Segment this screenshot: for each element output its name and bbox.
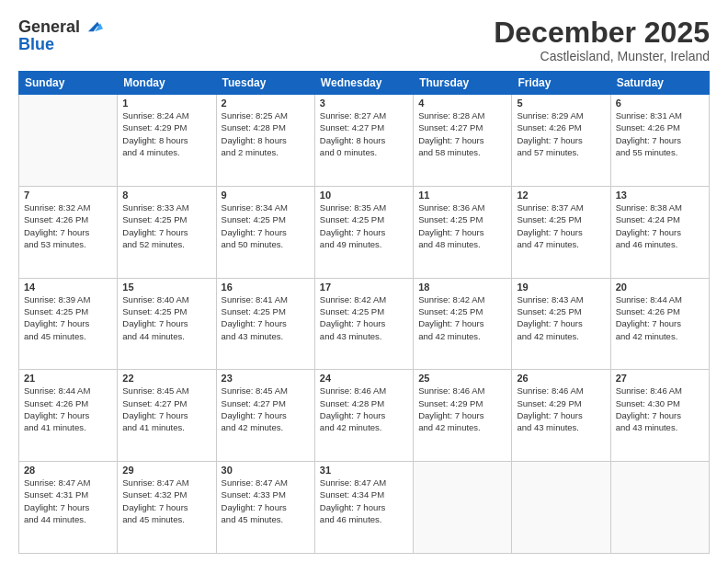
logo: General Blue — [18, 17, 103, 54]
day-info: Daylight: 7 hours — [418, 409, 506, 421]
day-info: Daylight: 7 hours — [320, 409, 408, 421]
day-number: 14 — [24, 282, 112, 293]
day-info: and 55 minutes. — [616, 146, 704, 158]
day-header-sunday: Sunday — [19, 72, 118, 95]
day-info: and 42 minutes. — [222, 421, 310, 433]
day-info: Daylight: 7 hours — [122, 501, 210, 513]
day-info: and 43 minutes. — [320, 330, 408, 342]
day-info: Sunset: 4:27 PM — [122, 397, 210, 409]
day-number: 5 — [517, 98, 605, 109]
day-info: Daylight: 7 hours — [616, 409, 704, 421]
day-info: Daylight: 7 hours — [222, 317, 310, 329]
month-title: December 2025 — [494, 17, 710, 49]
calendar-cell: 20Sunrise: 8:44 AMSunset: 4:26 PMDayligh… — [610, 278, 709, 370]
day-number: 29 — [122, 465, 210, 476]
day-info: and 42 minutes. — [517, 330, 605, 342]
calendar-cell — [512, 462, 610, 554]
day-info: Daylight: 7 hours — [122, 226, 210, 238]
day-header-wednesday: Wednesday — [314, 72, 413, 95]
day-info: and 42 minutes. — [418, 421, 506, 433]
calendar-cell — [19, 95, 118, 187]
day-info: Sunrise: 8:39 AM — [24, 293, 112, 305]
day-info: Sunset: 4:33 PM — [222, 488, 310, 500]
day-info: Sunrise: 8:47 AM — [320, 477, 408, 488]
day-info: Sunrise: 8:42 AM — [418, 293, 506, 305]
day-info: Sunrise: 8:45 AM — [222, 385, 310, 396]
day-info: and 4 minutes. — [122, 146, 210, 158]
day-info: Daylight: 7 hours — [418, 134, 506, 146]
week-row-1: 7Sunrise: 8:32 AMSunset: 4:26 PMDaylight… — [19, 186, 710, 278]
day-info: Sunrise: 8:34 AM — [222, 201, 310, 213]
day-number: 18 — [418, 282, 506, 293]
day-info: Sunrise: 8:46 AM — [418, 385, 506, 396]
day-info: Sunset: 4:25 PM — [320, 305, 408, 317]
day-info: and 53 minutes. — [24, 238, 112, 250]
calendar-cell: 3Sunrise: 8:27 AMSunset: 4:27 PMDaylight… — [314, 95, 413, 187]
calendar-cell: 23Sunrise: 8:45 AMSunset: 4:27 PMDayligh… — [216, 370, 314, 462]
day-info: Daylight: 7 hours — [320, 226, 408, 238]
day-info: Daylight: 7 hours — [24, 501, 112, 513]
calendar-cell: 8Sunrise: 8:33 AMSunset: 4:25 PMDaylight… — [118, 186, 216, 278]
calendar-cell: 14Sunrise: 8:39 AMSunset: 4:25 PMDayligh… — [19, 278, 118, 370]
day-info: Sunrise: 8:29 AM — [517, 109, 605, 121]
day-info: Sunrise: 8:33 AM — [122, 201, 210, 213]
calendar-cell: 29Sunrise: 8:47 AMSunset: 4:32 PMDayligh… — [118, 462, 216, 554]
day-header-tuesday: Tuesday — [216, 72, 314, 95]
day-info: Sunset: 4:26 PM — [24, 397, 112, 409]
day-info: Sunrise: 8:47 AM — [24, 477, 112, 488]
day-header-saturday: Saturday — [610, 72, 709, 95]
day-number: 30 — [222, 465, 310, 476]
day-info: and 42 minutes. — [616, 330, 704, 342]
calendar-cell: 28Sunrise: 8:47 AMSunset: 4:31 PMDayligh… — [19, 462, 118, 554]
day-info: Sunset: 4:25 PM — [517, 305, 605, 317]
day-info: Sunrise: 8:37 AM — [517, 201, 605, 213]
day-info: Sunrise: 8:40 AM — [122, 293, 210, 305]
day-info: and 49 minutes. — [320, 238, 408, 250]
day-info: Sunset: 4:25 PM — [517, 213, 605, 225]
calendar-cell: 22Sunrise: 8:45 AMSunset: 4:27 PMDayligh… — [118, 370, 216, 462]
day-info: Daylight: 7 hours — [320, 501, 408, 513]
day-number: 17 — [320, 282, 408, 293]
day-info: Sunrise: 8:24 AM — [122, 109, 210, 121]
day-info: Daylight: 7 hours — [122, 317, 210, 329]
day-info: and 45 minutes. — [24, 330, 112, 342]
day-number: 3 — [320, 98, 408, 109]
calendar-cell: 1Sunrise: 8:24 AMSunset: 4:29 PMDaylight… — [118, 95, 216, 187]
day-info: Sunset: 4:25 PM — [320, 213, 408, 225]
week-row-3: 21Sunrise: 8:44 AMSunset: 4:26 PMDayligh… — [19, 370, 710, 462]
day-info: Sunset: 4:27 PM — [320, 121, 408, 133]
day-header-thursday: Thursday — [414, 72, 512, 95]
subtitle: Castleisland, Munster, Ireland — [494, 49, 710, 63]
logo-general-text: General — [18, 18, 80, 35]
calendar-cell: 10Sunrise: 8:35 AMSunset: 4:25 PMDayligh… — [314, 186, 413, 278]
day-info: and 43 minutes. — [222, 330, 310, 342]
day-info: Daylight: 7 hours — [616, 317, 704, 329]
day-number: 27 — [616, 373, 704, 384]
day-info: and 44 minutes. — [122, 330, 210, 342]
day-info: Daylight: 7 hours — [24, 226, 112, 238]
logo-blue-text: Blue — [18, 35, 54, 54]
day-info: Daylight: 7 hours — [320, 317, 408, 329]
calendar-cell: 5Sunrise: 8:29 AMSunset: 4:26 PMDaylight… — [512, 95, 610, 187]
calendar-cell: 21Sunrise: 8:44 AMSunset: 4:26 PMDayligh… — [19, 370, 118, 462]
day-header-friday: Friday — [512, 72, 610, 95]
day-info: Sunset: 4:27 PM — [418, 121, 506, 133]
day-info: Sunset: 4:25 PM — [222, 305, 310, 317]
day-info: Sunset: 4:29 PM — [517, 397, 605, 409]
day-info: Daylight: 7 hours — [517, 409, 605, 421]
day-info: Sunset: 4:29 PM — [418, 397, 506, 409]
day-info: Sunset: 4:25 PM — [122, 305, 210, 317]
page: General Blue December 2025 Castleisland,… — [0, 0, 728, 563]
calendar-cell: 6Sunrise: 8:31 AMSunset: 4:26 PMDaylight… — [610, 95, 709, 187]
calendar-cell: 25Sunrise: 8:46 AMSunset: 4:29 PMDayligh… — [414, 370, 512, 462]
day-info: Sunset: 4:25 PM — [222, 213, 310, 225]
day-info: Sunset: 4:25 PM — [418, 305, 506, 317]
day-number: 19 — [517, 282, 605, 293]
calendar-cell: 9Sunrise: 8:34 AMSunset: 4:25 PMDaylight… — [216, 186, 314, 278]
calendar-header-row: SundayMondayTuesdayWednesdayThursdayFrid… — [19, 72, 710, 95]
day-info: Daylight: 7 hours — [418, 317, 506, 329]
day-info: and 46 minutes. — [616, 238, 704, 250]
week-row-4: 28Sunrise: 8:47 AMSunset: 4:31 PMDayligh… — [19, 462, 710, 554]
day-info: Daylight: 7 hours — [222, 409, 310, 421]
calendar-cell: 24Sunrise: 8:46 AMSunset: 4:28 PMDayligh… — [314, 370, 413, 462]
